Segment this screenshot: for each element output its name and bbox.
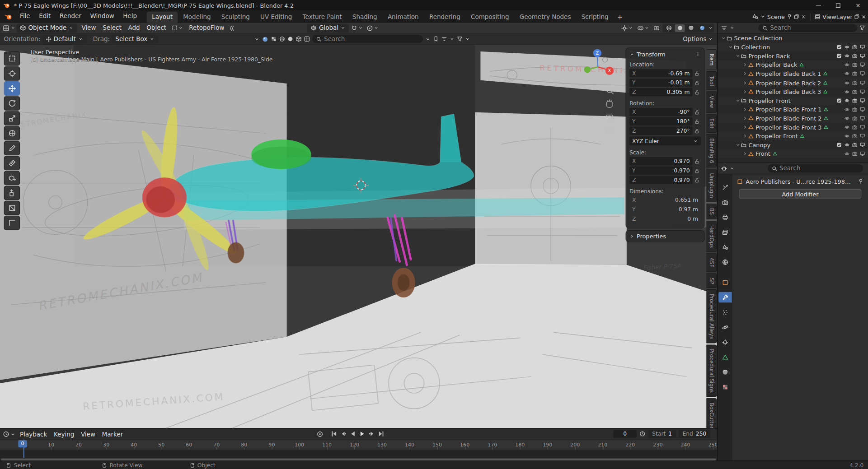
chevron-right-icon[interactable] — [742, 116, 748, 121]
retopoflow-menu[interactable]: RetopoFlow — [186, 24, 228, 32]
menu-file[interactable]: File — [15, 10, 34, 23]
outliner-row-front[interactable]: Front — [718, 149, 868, 158]
rotation-y-field[interactable]: Y180° — [629, 117, 693, 125]
sidebar-tab-item[interactable]: Item — [706, 49, 717, 70]
show-gizmo-toggle[interactable] — [620, 25, 634, 32]
chevron-right-icon[interactable] — [742, 71, 748, 76]
shading-material-button[interactable] — [686, 24, 696, 32]
maximize-button[interactable] — [828, 0, 848, 10]
sidebar-tab-sp[interactable]: SP — [706, 273, 717, 288]
dimensions-x-field[interactable]: X0.651 m — [629, 196, 701, 204]
sidebar-tab-procedural-signs[interactable]: Procedural Signs — [706, 344, 717, 397]
chevron-down-icon[interactable] — [727, 44, 733, 50]
scale-y-field[interactable]: Y0.970 — [629, 167, 693, 175]
checkbox-icon[interactable] — [836, 98, 842, 103]
location-z-field[interactable]: Z0.305 m — [629, 88, 693, 96]
workspace-tab-rendering[interactable]: Rendering — [424, 11, 465, 23]
camera-icon[interactable] — [852, 107, 857, 112]
collapse-icon[interactable] — [254, 36, 260, 42]
sidebar-tab-hardops[interactable]: HardOps — [706, 221, 717, 252]
camera-icon[interactable] — [852, 151, 857, 157]
eye-icon[interactable] — [844, 89, 849, 94]
outliner-editor-icon[interactable] — [721, 25, 727, 32]
chevron-down-icon[interactable] — [735, 98, 741, 103]
chevron-right-icon[interactable] — [742, 89, 748, 94]
bookmark-icon[interactable] — [433, 36, 439, 42]
lock-icon[interactable] — [693, 109, 701, 115]
chevron-right-icon[interactable] — [742, 62, 748, 68]
tool-move[interactable] — [4, 81, 20, 96]
rotation-z-field[interactable]: Z270° — [629, 127, 693, 135]
lock-icon[interactable] — [693, 168, 701, 173]
auto-keying-icon[interactable] — [317, 431, 324, 437]
outliner-row-propellor-front[interactable]: Propellor Front — [718, 96, 868, 105]
texture-filter-icon[interactable] — [271, 36, 277, 42]
location-x-field[interactable]: X-0.69 m — [629, 69, 693, 77]
chevron-right-icon[interactable] — [742, 80, 748, 85]
outliner-row-propellor-blade-back-1[interactable]: Propellor Blade Back 1 — [718, 70, 868, 79]
outliner-filter-icon[interactable] — [859, 25, 865, 31]
outliner-row-propellor-front[interactable]: Propellor Front — [718, 132, 868, 141]
chevron-down-icon[interactable] — [10, 432, 15, 436]
properties-tab-physics[interactable] — [718, 322, 732, 332]
transport-play-back-button[interactable] — [349, 430, 357, 438]
workspace-tab-animation[interactable]: Animation — [383, 11, 424, 23]
breadcrumb-object-name[interactable]: Aero Publishers - U...rce 1925-1980_Side — [746, 178, 852, 185]
checkbox-icon[interactable] — [836, 53, 842, 59]
tool-annotate[interactable] — [4, 141, 20, 155]
sidebar-tab-uniplugin[interactable]: Uniplugin — [706, 169, 717, 203]
viewport-canvas[interactable]: RETROMECHANIX.COM RETROMECHANIX RETROMEC… — [0, 45, 717, 428]
chevron-down-icon[interactable] — [760, 14, 765, 19]
monitor-icon[interactable] — [860, 62, 865, 68]
shading-wireframe-button[interactable] — [664, 24, 674, 32]
eye-icon[interactable] — [844, 80, 849, 85]
sidebar-tab-bs[interactable]: BS — [706, 204, 717, 219]
viewport-menu-select[interactable]: Select — [99, 24, 125, 32]
tool-box-cut[interactable] — [4, 201, 20, 215]
properties-tab-material[interactable] — [718, 367, 732, 377]
sidebar-tab-edit[interactable]: Edit — [706, 114, 717, 133]
properties-tab-object[interactable] — [718, 277, 732, 288]
workspace-tab-scripting[interactable]: Scripting — [577, 11, 614, 23]
timeline-menu-keying[interactable]: Keying — [51, 431, 78, 438]
dimensions-z-field[interactable]: Z0 m — [629, 214, 701, 223]
monitor-icon[interactable] — [860, 151, 865, 157]
eye-icon[interactable] — [844, 151, 849, 157]
outliner-row-collection[interactable]: Collection — [718, 42, 868, 51]
solid-filter-icon[interactable] — [287, 36, 293, 42]
chevron-down-icon[interactable] — [730, 25, 735, 30]
properties-panel-collapsed[interactable]: Properties — [626, 231, 704, 242]
eye-icon[interactable] — [844, 53, 849, 59]
camera-icon[interactable] — [852, 89, 857, 94]
transform-panel-header[interactable]: Transform — [629, 51, 701, 58]
viewport-menu-object[interactable]: Object — [143, 24, 170, 32]
viewport-menu-view[interactable]: View — [78, 24, 99, 32]
workspace-tab-uv-editing[interactable]: UV Editing — [255, 11, 297, 23]
viewlayer-selector[interactable]: ViewLayer — [822, 13, 852, 20]
lock-icon[interactable] — [693, 177, 701, 183]
blender-app-icon[interactable] — [2, 13, 15, 20]
close-button[interactable]: ✕ — [848, 0, 868, 10]
monitor-icon[interactable] — [860, 116, 865, 121]
minimize-button[interactable] — [808, 0, 828, 10]
filter-icon[interactable] — [457, 36, 463, 42]
workspace-tab-shading[interactable]: Shading — [347, 11, 382, 23]
camera-icon[interactable] — [852, 44, 857, 50]
viewport-menu-add[interactable]: Add — [125, 24, 143, 32]
properties-search-input[interactable]: Search — [768, 164, 863, 172]
camera-icon[interactable] — [852, 142, 857, 148]
workspace-tab-modeling[interactable]: Modeling — [178, 11, 216, 23]
mode-dropdown[interactable]: Object Mode — [17, 23, 77, 33]
menu-window[interactable]: Window — [86, 10, 119, 23]
xray-toggle[interactable] — [652, 25, 661, 32]
properties-tab-tool[interactable] — [718, 182, 732, 192]
camera-icon[interactable] — [852, 62, 857, 68]
eye-icon[interactable] — [844, 98, 849, 103]
eye-icon[interactable] — [844, 71, 849, 76]
options-dropdown[interactable]: Options — [683, 35, 713, 42]
tweak-tool-selector[interactable] — [171, 25, 185, 31]
list-icon[interactable] — [441, 36, 447, 42]
proportional-edit-toggle[interactable] — [366, 25, 380, 32]
rotation-x-field[interactable]: X-90° — [629, 108, 693, 116]
tool-extrude[interactable] — [4, 186, 20, 200]
